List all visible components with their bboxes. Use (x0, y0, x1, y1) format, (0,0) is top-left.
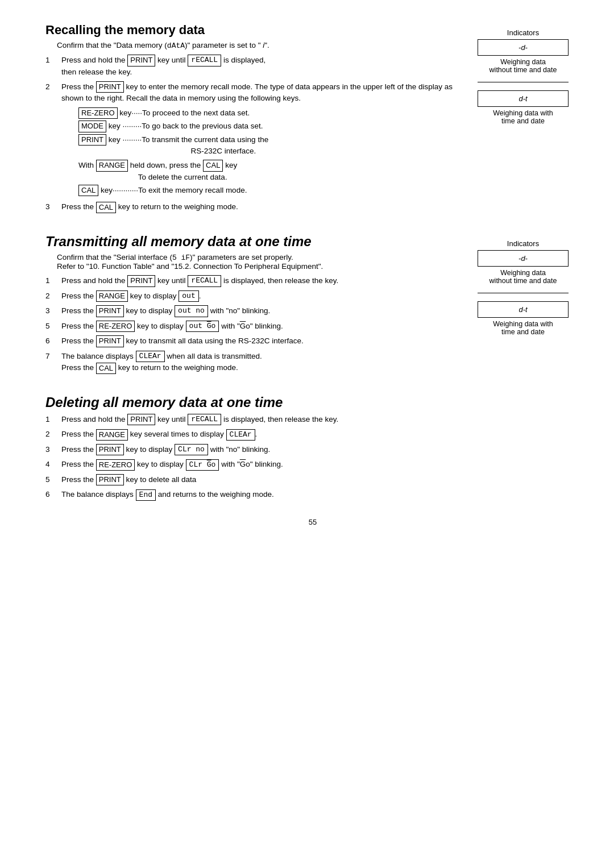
step-content: Press the PRINT key to delete all data (61, 474, 580, 486)
step-content: The balance displays End and returns to … (61, 489, 580, 501)
indicator-caption-1: Weighing datawithout time and date (489, 269, 557, 285)
deleting-steps: 1 Press and hold the PRINT key until rEC… (45, 414, 580, 501)
rezero-key: RE-ZERO (78, 107, 118, 119)
step-content: Press the RE-ZERO key to display out Go … (61, 321, 455, 333)
recalling-indicators: Indicators -d- Weighing datawithout time… (466, 23, 580, 217)
step-content: Press the CAL key to return to the weigh… (61, 201, 455, 213)
step-item: 4 Press the RE-ZERO key to display CLr G… (45, 459, 580, 471)
step-item: 1 Press and hold the PRINT key until rEC… (45, 55, 455, 78)
recalling-steps: 1 Press and hold the PRINT key until rEC… (45, 55, 455, 213)
print-key: PRINT (96, 335, 124, 347)
step-item: 1 Press and hold the PRINT key until rEC… (45, 414, 580, 426)
step-number: 1 (45, 414, 61, 426)
cal-key: CAL (78, 185, 98, 196)
out-go-display: out Go (186, 321, 219, 332)
cal-key: CAL (203, 160, 223, 171)
deleting-section: Deleting all memory data at one time 1 P… (45, 394, 580, 501)
transmitting-indicators: Indicators -d- Weighing datawithout time… (466, 234, 580, 377)
out-display: out (179, 290, 198, 302)
step-number: 2 (45, 81, 61, 198)
step-number: 3 (45, 305, 61, 317)
indicators-label: Indicators (507, 239, 539, 248)
step-content: Press and hold the PRINT key until rECAL… (61, 55, 455, 78)
step-item: 6 Press the PRINT key to transmit all da… (45, 335, 455, 347)
step-number: 6 (45, 489, 61, 501)
deleting-title: Deleting all memory data at one time (45, 394, 580, 410)
step-number: 2 (45, 290, 61, 302)
step-number: 2 (45, 429, 61, 441)
transmitting-intro: Confirm that the "Serial interface (5 iF… (57, 253, 455, 271)
cal-exit-line: CAL key············To exit the memory re… (78, 185, 455, 197)
key-desc: To transmit the current data using the R… (142, 134, 455, 157)
step-item: 2 Press the PRINT key to enter the memor… (45, 81, 455, 198)
print-key: PRINT (96, 474, 124, 485)
key-desc: To proceed to the next data set. (142, 107, 455, 119)
step-item: 3 Press the CAL key to return to the wei… (45, 201, 455, 213)
print-key: PRINT (127, 414, 155, 425)
range-key: RANGE (96, 290, 128, 302)
with-range-line: With RANGE held down, press the CAL key … (78, 160, 455, 183)
print-key: PRINT (127, 275, 155, 286)
step-number: 3 (45, 201, 61, 213)
end-display: End (136, 489, 156, 501)
step-item: 3 Press the PRINT key to display out no … (45, 305, 455, 317)
range-key: RANGE (96, 160, 128, 171)
rezero-key: RE-ZERO (96, 459, 135, 471)
indicator-display-2: d-t (478, 90, 569, 107)
key-list-item: PRINT key ········· To transmit the curr… (78, 134, 455, 157)
indicator-caption-2: Weighing data withtime and date (493, 320, 553, 336)
step-content: The balance displays CLEAr when all data… (61, 351, 455, 374)
step-content: Press the PRINT key to enter the memory … (61, 81, 455, 198)
step-number: 3 (45, 444, 61, 456)
key-list-item: RE-ZERO key····· To proceed to the next … (78, 107, 455, 119)
step-number: 5 (45, 474, 61, 486)
step-content: Press the PRINT key to transmit all data… (61, 335, 455, 347)
recalling-intro: Confirm that the "Data memory (dAtA)" pa… (57, 41, 455, 50)
step-item: 5 Press the RE-ZERO key to display out G… (45, 321, 455, 333)
mode-key: MODE (78, 121, 106, 132)
indicators-label: Indicators (507, 28, 539, 37)
step-number: 6 (45, 335, 61, 347)
indicator-display-1: -d- (478, 250, 569, 267)
recall-display: rECALL (188, 414, 221, 425)
key-label: PRINT key ········· (78, 134, 142, 157)
step-number: 1 (45, 275, 61, 287)
step-number: 7 (45, 351, 61, 374)
transmitting-title: Transmitting all memory data at one time (45, 234, 455, 250)
print-key: PRINT (96, 81, 124, 93)
step-content: Press the PRINT key to display out no wi… (61, 305, 455, 317)
out-no-display: out no (175, 305, 208, 317)
step-content: Press the RANGE key to display out. (61, 290, 455, 302)
step-content: Press the RE-ZERO key to display CLr Go … (61, 459, 580, 471)
step-content: Press and hold the PRINT key until rECAL… (61, 275, 455, 287)
key-list: RE-ZERO key····· To proceed to the next … (78, 107, 455, 157)
rezero-key: RE-ZERO (96, 321, 135, 332)
transmitting-section: Transmitting all memory data at one time… (45, 234, 580, 377)
cal-key: CAL (96, 363, 116, 374)
print-key: PRINT (127, 55, 155, 66)
indicator-caption-1: Weighing datawithout time and date (489, 58, 557, 74)
transmitting-main: Transmitting all memory data at one time… (45, 234, 455, 377)
print-key: PRINT (78, 134, 106, 146)
step-item: 5 Press the PRINT key to delete all data (45, 474, 580, 486)
cal-key: CAL (96, 202, 116, 213)
clr-no-display: CLr no (175, 444, 208, 455)
recalling-section: Recalling the memory data Confirm that t… (45, 23, 580, 217)
clr-go-display: CLr Go (186, 459, 219, 471)
key-label: MODE key ········· (78, 121, 142, 132)
key-list-item: MODE key ········· To go back to the pre… (78, 121, 455, 132)
step-item: 2 Press the RANGE key several times to d… (45, 429, 580, 441)
indicator-caption-2: Weighing data withtime and date (493, 109, 553, 125)
print-key: PRINT (96, 305, 124, 317)
print-key: PRINT (96, 444, 124, 455)
key-desc: To go back to the previous data set. (142, 121, 455, 132)
step-item: 3 Press the PRINT key to display CLr no … (45, 444, 580, 456)
step-content: Press the PRINT key to display CLr no wi… (61, 444, 580, 456)
page-number: 55 (45, 518, 580, 526)
step-item: 7 The balance displays CLEAr when all da… (45, 351, 455, 374)
indicator-display-2: d-t (478, 301, 569, 318)
step-number: 1 (45, 55, 61, 78)
clear-display: CLEAr (226, 429, 255, 441)
step-number: 5 (45, 321, 61, 333)
step-item: 6 The balance displays End and returns t… (45, 489, 580, 501)
